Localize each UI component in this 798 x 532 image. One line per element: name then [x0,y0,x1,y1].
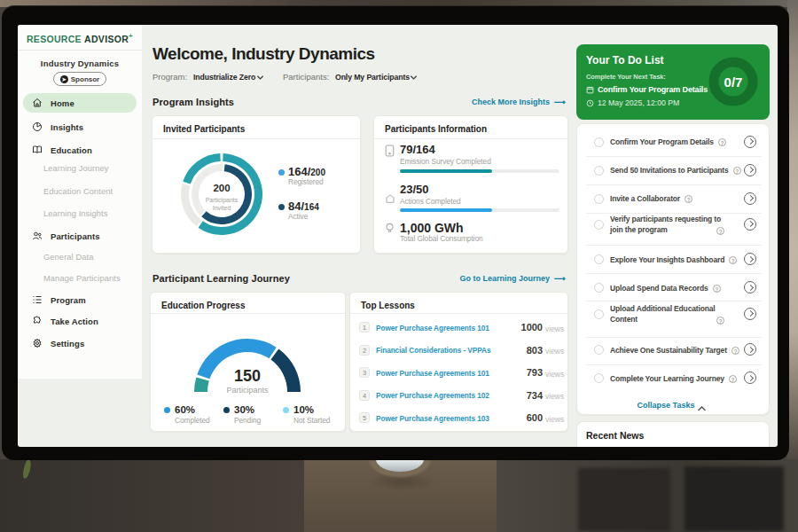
svg-text:0/7: 0/7 [724,74,743,90]
svg-text:200: 200 [213,183,230,193]
svg-text:Invited: Invited [213,205,231,211]
svg-text:Participants: Participants [206,197,239,204]
